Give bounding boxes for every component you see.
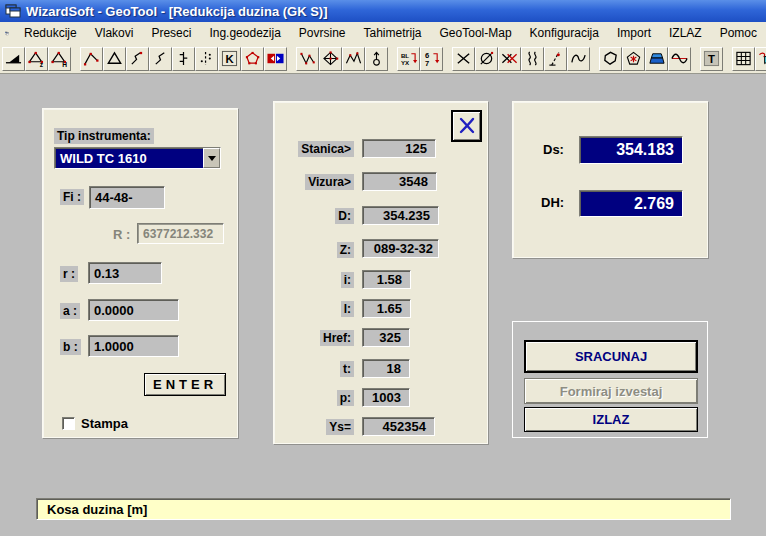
client-area: Tip instrumenta: WILD TC 1610 Fi : 44-48… (0, 75, 766, 536)
text-t-icon[interactable]: T (700, 47, 723, 71)
menu-povrsine[interactable]: Povrsine (290, 23, 355, 43)
menu-vlakovi[interactable]: Vlakovi (86, 23, 143, 43)
titlebar: WizardSoft - GeoTool - [Redukcija duzina… (0, 0, 766, 22)
toolbar: z H K BLYX 67 T (0, 44, 766, 74)
k-letter-icon[interactable]: K (218, 47, 241, 71)
instrument-selected-value: WILD TC 1610 (55, 148, 203, 168)
menu-geotool-map[interactable]: GeoTool-Map (431, 23, 521, 43)
r-label: r : (60, 266, 78, 282)
svg-text:YX: YX (401, 59, 410, 66)
staff-circle-icon[interactable] (365, 47, 388, 71)
slope-reduction-icon[interactable] (2, 47, 25, 71)
l-field[interactable]: 1.65 (362, 299, 411, 318)
prism-layers-icon[interactable] (645, 47, 668, 71)
p-label: p: (337, 390, 354, 406)
network-diamond-icon[interactable] (319, 47, 342, 71)
menu-konfiguracija[interactable]: Konfiguracija (521, 23, 608, 43)
instrument-panel: Tip instrumenta: WILD TC 1610 Fi : 44-48… (42, 108, 238, 438)
ds-label: Ds: (543, 142, 564, 157)
zigzag-icon[interactable] (149, 47, 172, 71)
l-label: l: (341, 301, 354, 317)
zigzag-up-icon[interactable] (126, 47, 149, 71)
radius-field: 6377212.332 (137, 223, 224, 244)
six-seven-convert-icon[interactable]: 67 (420, 47, 443, 71)
plumb-dashed-icon[interactable] (195, 47, 218, 71)
svg-text:H: H (62, 61, 67, 67)
menu-tahimetrija[interactable]: Tahimetrija (355, 23, 431, 43)
z-field[interactable]: 089-32-32 (362, 239, 439, 258)
menu-pomoc[interactable]: Pomoc (711, 23, 766, 43)
d-label: D: (335, 208, 354, 224)
b-label: b : (60, 339, 81, 355)
grid-table-icon[interactable] (732, 47, 755, 71)
instrument-combobox[interactable]: WILD TC 1610 (54, 147, 221, 169)
izlaz-button[interactable]: IZLAZ (524, 407, 698, 432)
stanica-field[interactable]: 125 (362, 139, 436, 158)
peaks-icon[interactable] (342, 47, 365, 71)
i-label: i: (341, 272, 354, 288)
swap-red-blue-icon[interactable] (264, 47, 287, 71)
polygon-star-icon[interactable] (622, 47, 645, 71)
menu-import[interactable]: Import (608, 23, 660, 43)
href-label: Href: (320, 330, 354, 346)
menu-izlaz[interactable]: IZLAZ (660, 23, 711, 43)
ys-field[interactable]: 452354 (362, 417, 435, 436)
b-field[interactable]: 1.0000 (88, 335, 179, 357)
stampa-label: Stampa (81, 416, 128, 431)
z-label: Z: (337, 242, 354, 258)
menu-ing-geodezija[interactable]: Ing.geodezija (200, 23, 289, 43)
svg-text:K: K (225, 53, 234, 65)
r-field[interactable]: 0.13 (88, 262, 162, 284)
mdi-child-icon[interactable] (5, 27, 9, 40)
combo-dropdown-button[interactable] (203, 148, 220, 168)
triangle-icon[interactable] (103, 47, 126, 71)
app-window: WizardSoft - GeoTool - [Redukcija duzina… (0, 0, 766, 536)
dh-label: DH: (541, 195, 564, 210)
p-field[interactable]: 1003 (362, 388, 410, 407)
wavy-lines-icon[interactable] (521, 47, 544, 71)
station-line-icon[interactable] (544, 47, 567, 71)
leveling-line-icon[interactable] (172, 47, 195, 71)
href-field[interactable]: 325 (362, 328, 410, 347)
a-field[interactable]: 0.0000 (88, 299, 179, 321)
polygon-red-icon[interactable] (241, 47, 264, 71)
stampa-checkbox[interactable] (62, 417, 75, 430)
formiraj-izvestaj-button: Formiraj izvestaj (524, 378, 698, 404)
vizura-field[interactable]: 3548 (362, 172, 437, 191)
radius-label: R : (113, 227, 130, 242)
fi-label: Fi : (60, 189, 84, 205)
t-label: t: (340, 361, 354, 377)
results-panel: Ds: 354.183 DH: 2.769 (512, 101, 708, 258)
sine-wave-icon[interactable] (668, 47, 691, 71)
fi-field[interactable]: 44-48- (89, 186, 165, 209)
stanica-label: Stanica> (298, 141, 354, 157)
menubar: Redukcije Vlakovi Preseci Ing.geodezija … (0, 22, 766, 44)
i-field[interactable]: 1.58 (362, 270, 411, 289)
triangle-h-icon[interactable]: H (48, 47, 71, 71)
vizura-label: Vizura> (305, 174, 354, 190)
svg-text:7: 7 (425, 59, 429, 67)
curve-icon[interactable] (567, 47, 590, 71)
svg-text:BL: BL (401, 52, 409, 59)
close-button[interactable] (451, 110, 482, 142)
menu-redukcije[interactable]: Redukcije (15, 23, 86, 43)
sracunaj-button[interactable]: SRACUNAJ (524, 340, 698, 373)
double-cross-icon[interactable] (498, 47, 521, 71)
instrument-type-label: Tip instrumenta: (54, 128, 154, 144)
ys-label: Ys= (326, 419, 354, 435)
actions-panel: SRACUNAJ Formiraj izvestaj IZLAZ (512, 321, 708, 438)
enter-button[interactable]: ENTER (144, 373, 226, 396)
draw-hand-icon[interactable] (755, 47, 766, 71)
d-field[interactable]: 354.235 (362, 206, 439, 225)
triangle-z-icon[interactable]: z (25, 47, 48, 71)
angle-polyline-icon[interactable] (80, 47, 103, 71)
bl-yx-convert-icon[interactable]: BLYX (397, 47, 420, 71)
menu-preseci[interactable]: Preseci (142, 23, 200, 43)
t-field[interactable]: 18 (362, 359, 410, 378)
intersection-x-icon[interactable] (452, 47, 475, 71)
network-v-icon[interactable] (296, 47, 319, 71)
polygon-outline-icon[interactable] (599, 47, 622, 71)
measurement-panel: Stanica> 125 Vizura> 3548 D: 354.235 Z: … (273, 101, 488, 444)
ds-value-field: 354.183 (579, 136, 683, 164)
circle-slash-icon[interactable] (475, 47, 498, 71)
